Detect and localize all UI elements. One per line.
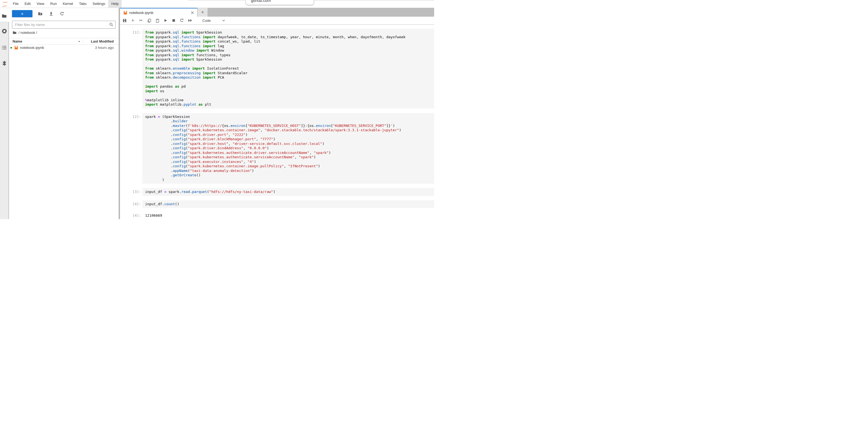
- new-launcher-button[interactable]: +: [12, 10, 32, 17]
- folder-icon: [2, 13, 7, 19]
- code-line: from sklearn.preprocessing import Standa…: [145, 71, 431, 76]
- paste-icon: [155, 19, 159, 23]
- restart-icon: [180, 18, 184, 23]
- cell-output-text: 12106669: [142, 212, 165, 219]
- code-line: .config("spark.driver.bindAddress", "0.0…: [145, 146, 431, 151]
- upload-button[interactable]: [48, 10, 54, 17]
- paste-button[interactable]: [154, 18, 160, 24]
- code-line: from pyspark.sql import functions, types: [145, 53, 431, 58]
- run-all-button[interactable]: [187, 18, 193, 24]
- notebook-toolbar: +✂ Code: [120, 17, 434, 25]
- file-modified: 3 hours ago: [83, 46, 119, 50]
- file-browser-panel: + / notebook / Name Last Modified notebo…: [9, 8, 119, 219]
- menu-file[interactable]: File: [10, 0, 22, 8]
- file-filter-input[interactable]: [12, 21, 116, 29]
- stop-button[interactable]: [171, 18, 177, 24]
- menu-edit[interactable]: Edit: [22, 0, 34, 8]
- code-line: .getOrCreate(): [145, 173, 431, 178]
- notebook-scroll-area[interactable]: [1]:from pyspark.sql import SparkSession…: [120, 25, 434, 219]
- cell-input-prompt: [4]:: [120, 200, 142, 208]
- code-line: import matplotlib.pyplot as plt: [145, 103, 431, 107]
- menu-view[interactable]: View: [34, 0, 47, 8]
- code-line: .config("spark.driver.host", "driver-ser…: [145, 142, 431, 146]
- code-line: %matplotlib inline: [145, 98, 431, 103]
- code-line: .appName("taxi-data-anomaly-detection"): [145, 169, 431, 173]
- cell-editor[interactable]: input_df.count(): [142, 200, 434, 208]
- notebook-cell: [2]:spark = (SparkSession .builder .mast…: [120, 113, 434, 184]
- sidebar-tab-table-of-contents[interactable]: [0, 41, 8, 54]
- sidebar-tab-file-browser[interactable]: [0, 10, 8, 22]
- cut-icon: ✂: [140, 18, 143, 23]
- jupyter-logo-icon: [2, 1, 8, 7]
- folder-plus-icon: [38, 11, 42, 16]
- code-line: input_df = spark.read.parquet("hdfs://hd…: [145, 189, 431, 194]
- cell-editor[interactable]: from pyspark.sql import SparkSessionfrom…: [142, 29, 434, 109]
- run-button[interactable]: [162, 18, 168, 24]
- restart-button[interactable]: [179, 18, 185, 24]
- file-list: notebook.ipynb3 hours ago: [9, 44, 119, 51]
- code-line: .builder: [145, 119, 431, 124]
- code-line: import pandas as pd: [145, 84, 431, 89]
- menu-settings[interactable]: Settings: [89, 0, 108, 8]
- breadcrumb[interactable]: / notebook /: [12, 31, 37, 35]
- code-line: [145, 93, 431, 98]
- code-line: .config("spark.executor.instances", "4"): [145, 159, 431, 164]
- new-tab-button[interactable]: +: [198, 8, 208, 17]
- save-icon: [122, 18, 127, 23]
- cell-input-prompt: [3]:: [120, 188, 142, 196]
- cell-input-prompt: [2]:: [120, 113, 142, 184]
- breadcrumb-path: / notebook /: [19, 31, 37, 35]
- code-line: input_df.count(): [145, 202, 431, 207]
- close-tab-icon[interactable]: [190, 10, 195, 15]
- menu-tabs[interactable]: Tabs: [76, 0, 89, 8]
- code-line: from sklearn.decomposition import PCA: [145, 75, 431, 80]
- code-line: .config("spark.kubernetes.authenticate.d…: [145, 151, 431, 155]
- sidebar-tab-extensions[interactable]: [0, 57, 8, 69]
- code-line: .master(f'k8s://https://{os.environ["KUB…: [145, 124, 431, 128]
- main-dock-panel: notebook.ipynb + +✂ Code [1]:from pyspar…: [120, 8, 434, 219]
- cell-output-prompt: [4]:: [120, 212, 142, 219]
- cell-output-area: [4]:12106669: [120, 212, 434, 219]
- column-header-name[interactable]: Name: [9, 39, 83, 43]
- refresh-button[interactable]: [59, 10, 65, 17]
- notebook-tab[interactable]: notebook.ipynb: [120, 8, 197, 17]
- sidebar-tab-strip: [0, 8, 9, 219]
- search-icon: [109, 22, 114, 27]
- code-line: [145, 80, 431, 85]
- code-line: .config("spark.kubernetes.container.imag…: [145, 128, 431, 133]
- file-name: notebook.ipynb: [20, 46, 83, 50]
- kernel-running-dot: [10, 47, 12, 49]
- browser-origin-popup: github.com: [246, 0, 314, 5]
- app-shell: + / notebook / Name Last Modified notebo…: [0, 8, 434, 219]
- code-line: .config("spark.kubernetes.container.imag…: [145, 164, 431, 169]
- code-line: .config("spark.driver.port", "2222"): [145, 133, 431, 137]
- code-line: from pyspark.sql.window import Window: [145, 48, 431, 53]
- file-list-header: Name Last Modified: [9, 38, 119, 45]
- new-folder-button[interactable]: [37, 10, 43, 17]
- code-line: [145, 62, 431, 66]
- home-folder-icon: [12, 31, 17, 35]
- cell-editor[interactable]: input_df = spark.read.parquet("hdfs://hd…: [142, 188, 434, 196]
- save-button[interactable]: [122, 18, 128, 24]
- cell-type-dropdown[interactable]: Code: [203, 19, 225, 23]
- run-all-icon: [188, 18, 192, 23]
- cut-button[interactable]: ✂: [138, 18, 144, 24]
- notebook-file-icon: [14, 46, 18, 50]
- menu-run[interactable]: Run: [47, 0, 60, 8]
- column-name-label: Name: [12, 39, 22, 43]
- file-row[interactable]: notebook.ipynb3 hours ago: [9, 44, 119, 51]
- menu-kernel[interactable]: Kernel: [60, 0, 76, 8]
- copy-button[interactable]: [146, 18, 152, 24]
- code-line: .config("spark.driver.blockManager.port"…: [145, 137, 431, 142]
- code-line: from pyspark.sql import SparkSession: [145, 30, 431, 35]
- insert-button[interactable]: +: [130, 18, 136, 24]
- column-header-modified[interactable]: Last Modified: [83, 39, 119, 43]
- menu-help[interactable]: Help: [108, 0, 122, 8]
- run-icon: [164, 19, 167, 22]
- sidebar-tab-running-sessions[interactable]: [0, 25, 8, 37]
- cell-editor[interactable]: spark = (SparkSession .builder .master(f…: [142, 113, 434, 184]
- chevron-down-icon: [222, 19, 225, 22]
- cell-input-prompt: [1]:: [120, 29, 142, 109]
- code-line: ): [145, 178, 431, 182]
- puzzle-icon: [2, 61, 7, 66]
